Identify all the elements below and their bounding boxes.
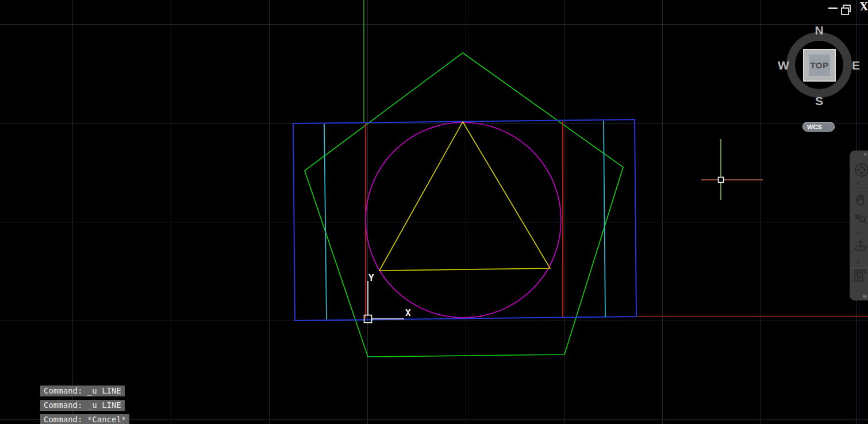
- navigation-bar: ✕ ▾ ▾ ▾ ⊖: [850, 151, 868, 300]
- orbit-icon[interactable]: [852, 238, 868, 256]
- compass-east[interactable]: E: [848, 59, 863, 72]
- command-history-line: Command: _u LINE: [40, 386, 125, 396]
- zoom-flyout-caret[interactable]: ▾: [857, 230, 859, 235]
- command-history-line: Command: _u LINE: [40, 400, 125, 411]
- compass-north[interactable]: N: [812, 24, 827, 37]
- close-button[interactable]: X: [859, 1, 868, 13]
- ucs-y-label: Y: [368, 272, 374, 283]
- app-window: { "titlebar": { "buttons": ["minimize", …: [0, 0, 868, 424]
- drawing-canvas[interactable]: YX: [0, 0, 868, 424]
- navbar-separator: [851, 188, 868, 190]
- crosshair-cursor: [701, 139, 763, 200]
- restore-button[interactable]: [843, 5, 851, 12]
- pan-hand-icon[interactable]: [852, 192, 868, 210]
- navigation-wheel-icon[interactable]: [852, 162, 868, 180]
- circle-entity-magenta[interactable]: [366, 122, 561, 318]
- wcs-label: WCS: [807, 124, 822, 130]
- command-history-line: Command: *Cancel*: [40, 414, 129, 424]
- grid-lines: [0, 0, 868, 424]
- view-cube-top-face[interactable]: TOP: [809, 55, 830, 76]
- line-entity-cyan[interactable]: [604, 121, 605, 317]
- navbar-collapse-icon[interactable]: ⊖: [863, 293, 867, 299]
- wheel-flyout-caret[interactable]: ▾: [857, 180, 859, 186]
- navbar-close-icon[interactable]: ✕: [863, 152, 867, 157]
- orbit-flyout-caret[interactable]: ▾: [857, 260, 859, 265]
- view-cube[interactable]: TOP: [803, 49, 836, 82]
- compass-south[interactable]: S: [812, 94, 827, 108]
- pentagon-entity[interactable]: [305, 53, 623, 357]
- showmotion-icon[interactable]: [852, 269, 868, 288]
- pickbox: [719, 178, 724, 183]
- chevron-down-icon: ▾: [825, 124, 828, 130]
- minimize-button[interactable]: [828, 7, 838, 9]
- zoom-icon[interactable]: [852, 210, 868, 229]
- navbar-separator: [851, 267, 868, 268]
- cad-entities[interactable]: [293, 53, 636, 357]
- compass-west[interactable]: W: [776, 59, 791, 72]
- wcs-selector[interactable]: WCS ▾: [802, 122, 835, 132]
- ucs-x-label: X: [405, 307, 411, 318]
